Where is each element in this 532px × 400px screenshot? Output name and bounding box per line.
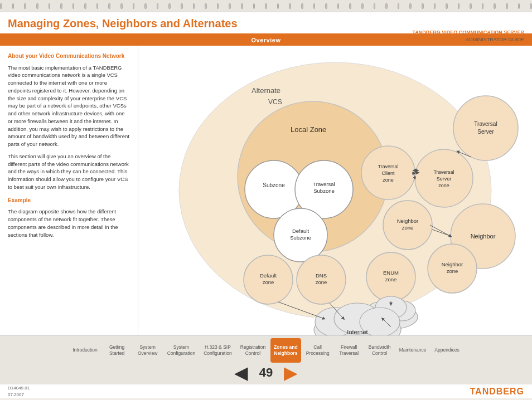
sidebar-para-2: This section will give you an overview o… (8, 153, 130, 191)
traversal-server-label: Traversal (474, 121, 497, 127)
default-subzone-label: Default (292, 228, 309, 234)
svg-point-9 (453, 96, 518, 160)
hole (313, 3, 316, 9)
hole (253, 3, 255, 9)
enum-zone-label: ENUM (383, 270, 399, 276)
neighbor-zone-label2: zone (402, 225, 414, 231)
hole (398, 3, 400, 9)
hole (84, 3, 86, 9)
hole (49, 3, 51, 9)
nav-firewall-traversal[interactable]: FirewallTraversal (335, 338, 364, 363)
traversal-server-zone-label: Traversal (433, 169, 454, 175)
dns-zone-label2: zone (316, 279, 327, 285)
neighbor-zone2-label: Neighbor (442, 261, 463, 267)
traversal-server-label2: Server (477, 129, 494, 135)
sidebar-para-1: The most basic implementation of a TANDB… (8, 64, 130, 148)
sidebar: About your Video Communications Network … (0, 46, 138, 335)
nav-getting-started[interactable]: GettingStarted (103, 338, 132, 363)
hole (108, 3, 110, 9)
brand-product: VIDEO COMMUNICATION SERVER (442, 30, 524, 35)
brand-name: TANDBERG (412, 30, 440, 35)
hole (385, 3, 388, 9)
neighbor-zone2-label2: zone (447, 268, 458, 274)
hole (72, 3, 75, 9)
hole (409, 3, 412, 9)
subzone-label: Subzone (263, 182, 285, 188)
hole (229, 3, 231, 9)
default-subzone-label2: Subzone (290, 235, 311, 241)
hole (193, 3, 195, 9)
doc-date: 07.2007 (8, 392, 30, 398)
hole (494, 3, 496, 9)
sidebar-title: About your Video Communications Network (8, 52, 130, 61)
bottom-nav-container: Introduction GettingStarted SystemOvervi… (0, 335, 532, 384)
nav-system-overview[interactable]: SystemOverview (133, 338, 162, 363)
hole (181, 3, 183, 9)
next-page-button[interactable]: ▶ (284, 364, 298, 382)
hole (446, 3, 448, 9)
enum-zone-label2: zone (385, 276, 397, 282)
diagram-area: Alternate VCS Local Zone Subzone Travers… (138, 46, 532, 335)
example-title: Example (8, 197, 130, 205)
nav-appendices[interactable]: Appendices (431, 338, 462, 363)
traversal-subzone-label: Traversal (313, 181, 335, 187)
hole (289, 3, 291, 9)
hole (120, 3, 123, 9)
traversal-client-zone-label2: Client (381, 170, 395, 176)
page-header: Managing Zones, Neighbors and Alternates… (0, 12, 532, 35)
default-zone-label: Default (260, 272, 277, 279)
hole (518, 3, 520, 9)
hole (12, 3, 14, 9)
page-title: Managing Zones, Neighbors and Alternates (8, 17, 524, 30)
vcs-label: VCS (268, 98, 282, 106)
tandberg-logo: TANDBERG (470, 387, 524, 397)
hole (144, 3, 147, 9)
hole (434, 3, 436, 9)
hole (60, 3, 62, 9)
binding-holes (0, 0, 532, 12)
nav-system-configuration[interactable]: SystemConfiguration (164, 338, 199, 363)
nav-registration-control[interactable]: RegistrationControl (237, 338, 269, 363)
example-text: The diagram opposite shows how the diffe… (8, 208, 130, 238)
nav-bandwidth-control[interactable]: BandwidthControl (365, 338, 394, 363)
alternate-label: Alternate (252, 86, 280, 95)
hole (506, 3, 508, 9)
nav-maintenance[interactable]: Maintenance (396, 338, 430, 363)
network-diagram: Alternate VCS Local Zone Subzone Travers… (138, 46, 532, 335)
hole (36, 3, 38, 9)
hole (301, 3, 303, 9)
dns-zone-label: DNS (316, 272, 327, 279)
traversal-server-zone-label2: Server (437, 176, 452, 182)
brand-info: TANDBERG VIDEO COMMUNICATION SERVER ADMI… (412, 29, 524, 43)
traversal-server-zone-label3: zone (438, 183, 449, 188)
traversal-client-zone-label3: zone (383, 177, 394, 183)
hole (361, 3, 364, 9)
doc-info: D14049.01 07.2007 (8, 385, 30, 397)
page-number: 49 (259, 365, 273, 380)
hole (482, 3, 484, 9)
nav-h323-sip[interactable]: H.323 & SIPConfiguration (200, 338, 235, 363)
hole (458, 3, 460, 9)
hole (217, 3, 219, 9)
doc-id: D14049.01 (8, 385, 30, 391)
nav-call-processing[interactable]: CallProcessing (303, 338, 333, 363)
main-content: About your Video Communications Network … (0, 46, 532, 335)
hole (349, 3, 351, 9)
hole (24, 3, 26, 9)
brand-subtitle: ADMINISTRATOR GUIDE (412, 36, 524, 43)
nav-introduction[interactable]: Introduction (69, 338, 100, 363)
hole (205, 3, 207, 9)
internet-label: Internet (347, 329, 367, 335)
prev-page-button[interactable]: ◀ (234, 364, 248, 382)
hole (374, 3, 376, 9)
hole (133, 3, 135, 9)
local-zone-label: Local Zone (291, 125, 326, 134)
nav-tabs-row: Introduction GettingStarted SystemOvervi… (3, 338, 529, 363)
hole (530, 3, 532, 9)
hole (168, 3, 171, 9)
nav-zones-neighbors[interactable]: Zones andNeighbors (270, 338, 301, 363)
hole (470, 3, 472, 9)
default-zone-label2: zone (263, 279, 274, 285)
hole (325, 3, 327, 9)
traversal-subzone-label2: Subzone (313, 188, 335, 194)
